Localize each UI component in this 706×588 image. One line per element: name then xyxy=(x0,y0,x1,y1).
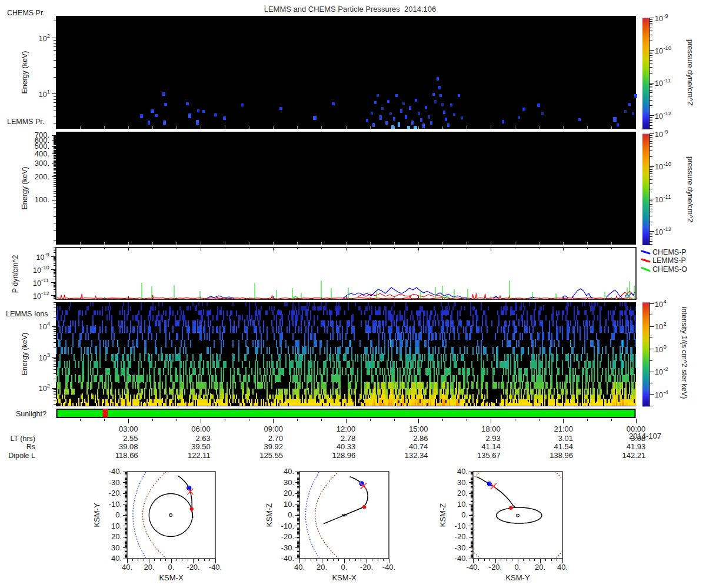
svg-text:10: 10 xyxy=(655,163,663,171)
svg-text:Energy (keV): Energy (keV) xyxy=(21,167,29,210)
svg-text:2.55: 2.55 xyxy=(123,434,138,443)
svg-text:LEMMS-P: LEMMS-P xyxy=(652,256,686,265)
svg-text:-10: -10 xyxy=(41,264,49,270)
svg-text:P dyn/cm^2: P dyn/cm^2 xyxy=(11,255,19,293)
svg-text:135.67: 135.67 xyxy=(477,451,501,460)
svg-text:-12: -12 xyxy=(663,110,671,116)
svg-text:20.: 20. xyxy=(457,489,468,497)
svg-text:Rs: Rs xyxy=(26,443,35,451)
svg-text:20.: 20. xyxy=(317,563,327,572)
svg-text:30.: 30. xyxy=(284,478,294,487)
svg-text:10: 10 xyxy=(655,79,663,88)
svg-text:10: 10 xyxy=(39,354,47,362)
svg-text:-10.: -10. xyxy=(109,500,122,509)
svg-text:40.: 40. xyxy=(457,467,468,476)
svg-text:200.: 200. xyxy=(35,172,49,181)
svg-text:-9: -9 xyxy=(663,12,668,19)
svg-text:Dipole L: Dipole L xyxy=(8,452,35,460)
svg-text:4: 4 xyxy=(47,320,50,327)
svg-text:138.96: 138.96 xyxy=(550,451,573,460)
svg-text:100.: 100. xyxy=(35,195,49,204)
svg-text:10: 10 xyxy=(33,266,41,275)
svg-text:2.86: 2.86 xyxy=(413,434,428,443)
svg-text:300.: 300. xyxy=(35,159,49,168)
svg-text:10: 10 xyxy=(33,292,41,300)
svg-text:-30.: -30. xyxy=(455,543,468,552)
svg-text:122.11: 122.11 xyxy=(188,451,211,460)
svg-text:10: 10 xyxy=(655,131,663,139)
svg-text:-20.: -20. xyxy=(109,489,122,497)
svg-text:KSM-Y: KSM-Y xyxy=(505,573,530,582)
svg-text:10: 10 xyxy=(36,253,44,262)
svg-text:132.34: 132.34 xyxy=(405,451,428,460)
svg-text:2014-107: 2014-107 xyxy=(629,432,661,440)
svg-text:20.: 20. xyxy=(535,563,545,572)
svg-text:KSM-Z: KSM-Z xyxy=(265,503,274,527)
svg-text:118.66: 118.66 xyxy=(115,451,138,460)
svg-text:10: 10 xyxy=(39,385,47,393)
svg-text:128.96: 128.96 xyxy=(332,451,356,460)
svg-text:700.: 700. xyxy=(35,131,49,139)
svg-text:40.: 40. xyxy=(284,467,294,476)
svg-text:-10: -10 xyxy=(663,45,671,51)
svg-text:10: 10 xyxy=(655,112,663,121)
svg-text:intensity 1/(s cm^2 ster keV): intensity 1/(s cm^2 ster keV) xyxy=(680,307,688,399)
svg-text:40.: 40. xyxy=(111,554,122,563)
svg-text:21:00: 21:00 xyxy=(554,425,574,433)
svg-text:0.: 0. xyxy=(288,510,294,519)
svg-text:0.: 0. xyxy=(168,563,175,572)
svg-text:0.: 0. xyxy=(461,510,468,519)
svg-text:40.: 40. xyxy=(294,563,305,572)
svg-text:-40.: -40. xyxy=(281,554,294,563)
svg-text:30.: 30. xyxy=(111,543,122,552)
svg-text:-40.: -40. xyxy=(467,563,479,572)
svg-text:10: 10 xyxy=(655,47,663,55)
svg-text:pressure dyne/cm^2: pressure dyne/cm^2 xyxy=(686,39,694,105)
svg-text:Energy (keV): Energy (keV) xyxy=(21,333,29,376)
svg-text:40.74: 40.74 xyxy=(409,442,428,451)
svg-text:10: 10 xyxy=(39,323,47,331)
svg-text:KSM-Y: KSM-Y xyxy=(92,503,101,527)
svg-text:09:00: 09:00 xyxy=(264,425,284,433)
svg-text:20.: 20. xyxy=(144,563,154,572)
svg-text:39.92: 39.92 xyxy=(264,442,284,451)
svg-text:40.: 40. xyxy=(122,563,132,572)
svg-text:10: 10 xyxy=(655,196,663,204)
svg-text:10: 10 xyxy=(655,323,663,331)
svg-text:2.70: 2.70 xyxy=(268,434,283,443)
svg-text:-20.: -20. xyxy=(360,563,373,572)
svg-text:2: 2 xyxy=(663,320,666,327)
svg-text:Sunlight?: Sunlight? xyxy=(16,410,46,418)
svg-text:2.63: 2.63 xyxy=(195,434,210,443)
svg-text:2.78: 2.78 xyxy=(341,434,355,443)
svg-text:-10: -10 xyxy=(663,161,671,167)
svg-text:-4: -4 xyxy=(663,389,668,395)
svg-text:Energy (keV): Energy (keV) xyxy=(21,51,29,94)
svg-text:41.14: 41.14 xyxy=(481,442,501,451)
svg-text:pressure dyne/cm^2: pressure dyne/cm^2 xyxy=(686,156,694,222)
svg-text:-20.: -20. xyxy=(281,532,294,541)
svg-text:-11: -11 xyxy=(663,77,671,83)
svg-text:KSM-Z: KSM-Z xyxy=(438,503,447,527)
svg-text:0.: 0. xyxy=(341,563,348,572)
svg-text:142.21: 142.21 xyxy=(622,451,646,460)
svg-text:3.01: 3.01 xyxy=(558,434,573,443)
svg-text:10: 10 xyxy=(655,300,663,309)
svg-text:41.93: 41.93 xyxy=(627,442,646,451)
svg-text:-30.: -30. xyxy=(109,478,122,487)
svg-text:20.: 20. xyxy=(111,532,122,541)
svg-text:-20.: -20. xyxy=(455,532,468,541)
svg-text:10: 10 xyxy=(655,15,663,23)
svg-text:4: 4 xyxy=(663,298,666,305)
svg-text:2: 2 xyxy=(47,382,50,389)
svg-text:KSM-X: KSM-X xyxy=(332,573,357,582)
svg-text:-40.: -40. xyxy=(209,563,222,572)
svg-text:0.: 0. xyxy=(515,563,521,572)
svg-text:10.: 10. xyxy=(111,522,122,530)
svg-text:-40.: -40. xyxy=(109,467,122,476)
svg-text:18:00: 18:00 xyxy=(481,425,501,433)
svg-text:30.: 30. xyxy=(457,478,468,487)
svg-text:10.: 10. xyxy=(284,500,294,509)
svg-text:3: 3 xyxy=(47,352,50,358)
svg-text:KSM-X: KSM-X xyxy=(159,573,184,582)
